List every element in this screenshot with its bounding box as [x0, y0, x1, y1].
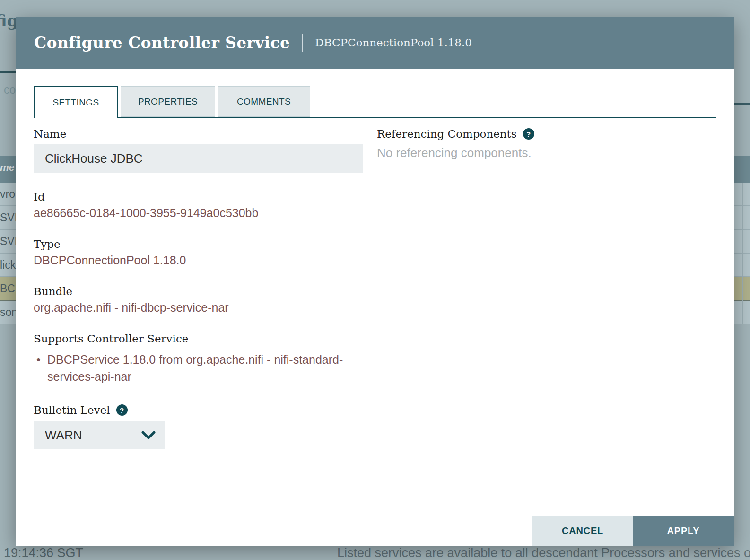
id-value: ae86665c-0184-1000-3955-9149a0c530bb — [34, 206, 363, 220]
tab-properties[interactable]: PROPERTIES — [121, 86, 215, 117]
table-row: son — [0, 301, 16, 324]
table-row — [734, 301, 750, 324]
table-row — [734, 230, 750, 254]
type-label: Type — [34, 238, 363, 250]
bundle-value: org.apache.nifi - nifi-dbcp-service-nar — [34, 301, 363, 315]
referencing-components-label: Referencing Components — [377, 128, 517, 140]
tab-settings[interactable]: SETTINGS — [34, 86, 118, 118]
backdrop-table-header: me — [0, 156, 16, 183]
table-row: lick — [0, 254, 16, 277]
backdrop-table-rows: vro SVF SVF lick BCI son — [0, 183, 16, 324]
table-row — [734, 183, 750, 206]
tab-bar: SETTINGS PROPERTIES COMMENTS — [34, 86, 716, 118]
name-label: Name — [34, 128, 363, 140]
type-value: DBCPConnectionPool 1.18.0 — [34, 254, 363, 267]
bundle-label: Bundle — [34, 285, 363, 298]
supports-controller-service-label: Supports Controller Service — [34, 332, 363, 345]
referencing-components-help-icon[interactable]: ? — [523, 128, 534, 140]
bulletin-level-value: WARN — [45, 428, 82, 443]
table-row — [734, 254, 750, 277]
dialog-footer: CANCEL APPLY — [532, 516, 734, 546]
backdrop-table-rows-right — [734, 183, 750, 324]
id-label: Id — [34, 191, 363, 203]
referencing-components-column: Referencing Components ? No referencing … — [377, 118, 716, 449]
chevron-down-icon — [141, 430, 156, 440]
table-row — [734, 206, 750, 230]
configure-controller-service-dialog: Configure Controller Service DBCPConnect… — [16, 17, 734, 546]
supported-service-item: DBCPService 1.18.0 from org.apache.nifi … — [34, 351, 360, 385]
bulletin-level-select[interactable]: WARN — [34, 421, 165, 449]
supports-controller-service-list: DBCPService 1.18.0 from org.apache.nifi … — [34, 351, 363, 385]
table-row-highlighted — [734, 277, 750, 301]
backdrop-clipped-tab-label: co — [4, 83, 16, 96]
dialog-subtitle: DBCPConnectionPool 1.18.0 — [302, 34, 472, 52]
backdrop-column-divider — [742, 183, 743, 324]
settings-left-column: Name Id ae86665c-0184-1000-3955-9149a0c5… — [34, 118, 363, 449]
backdrop-divider-line — [0, 71, 16, 73]
tab-comments[interactable]: COMMENTS — [218, 86, 310, 117]
cancel-button[interactable]: CANCEL — [532, 516, 633, 546]
backdrop-table-header-right — [734, 156, 750, 183]
table-row-highlighted: BCI — [0, 277, 16, 301]
backdrop-clipped-page-title: fig — [0, 11, 16, 35]
name-input[interactable] — [34, 144, 363, 173]
table-row: SVF — [0, 206, 16, 230]
table-row: SVF — [0, 230, 16, 254]
bulletin-level-help-icon[interactable]: ? — [116, 404, 128, 416]
table-row: vro — [0, 183, 16, 206]
dialog-title: Configure Controller Service — [34, 34, 290, 52]
bulletin-level-label: Bulletin Level — [34, 404, 110, 416]
backdrop-divider-line-right — [734, 103, 750, 105]
dialog-body: SETTINGS PROPERTIES COMMENTS Name Id ae8… — [16, 86, 734, 560]
apply-button[interactable]: APPLY — [633, 516, 734, 546]
referencing-components-empty-text: No referencing components. — [377, 146, 716, 160]
dialog-header: Configure Controller Service DBCPConnect… — [16, 17, 734, 69]
